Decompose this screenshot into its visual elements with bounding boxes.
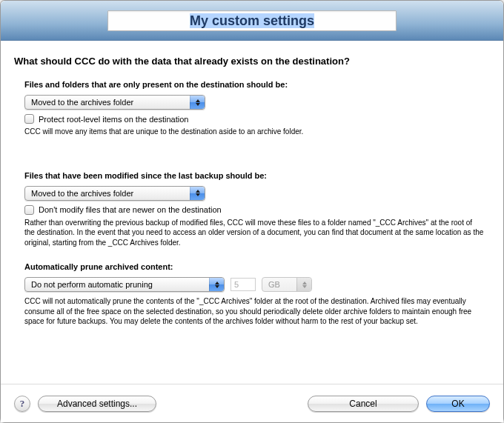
ok-button[interactable]: OK [426,396,490,412]
advanced-settings-button[interactable]: Advanced settings... [38,396,156,412]
prune-select[interactable]: Do not perform automatic pruning [24,277,225,292]
section3-description: CCC will not automatically prune the con… [24,296,484,327]
section1-description: CCC will move any items that are unique … [24,127,484,137]
footer: ? Advanced settings... Cancel OK [1,384,503,422]
prune-size-input[interactable]: 5 [231,278,256,291]
dont-modify-newer-label: Don't modify files that are newer on the… [39,205,222,214]
content-area: What should CCC do with the data that al… [1,41,503,384]
dropdown-arrows-icon [190,96,205,109]
cancel-button[interactable]: Cancel [308,396,419,412]
prune-unit-select: GB [262,277,312,292]
prune-unit-value: GB [268,280,280,289]
unique-files-select-value: Moved to the archives folder [31,98,133,107]
titlebar: My custom settings [1,1,503,41]
settings-dialog: My custom settings What should CCC do wi… [0,0,504,423]
section1-label: Files and folders that are only present … [24,80,490,89]
protect-root-checkbox[interactable] [24,114,34,124]
unique-files-select[interactable]: Moved to the archives folder [24,95,205,110]
modified-files-select[interactable]: Moved to the archives folder [24,186,205,201]
section2-description: Rather than overwriting the previous bac… [24,218,484,248]
main-heading: What should CCC do with the data that al… [14,56,490,67]
dont-modify-newer-checkbox[interactable] [24,205,34,215]
dropdown-arrows-icon [190,187,205,200]
section2-label: Files that have been modified since the … [24,171,490,180]
protect-root-label: Protect root-level items on the destinat… [39,115,188,124]
modified-files-select-value: Moved to the archives folder [31,189,133,198]
section3-label: Automatically prune archived content: [24,262,490,271]
dropdown-arrows-icon [209,278,224,291]
prune-select-value: Do not perform automatic pruning [31,280,153,289]
help-button[interactable]: ? [14,396,30,412]
dropdown-arrows-icon [296,278,311,291]
title-input[interactable]: My custom settings [107,10,397,31]
